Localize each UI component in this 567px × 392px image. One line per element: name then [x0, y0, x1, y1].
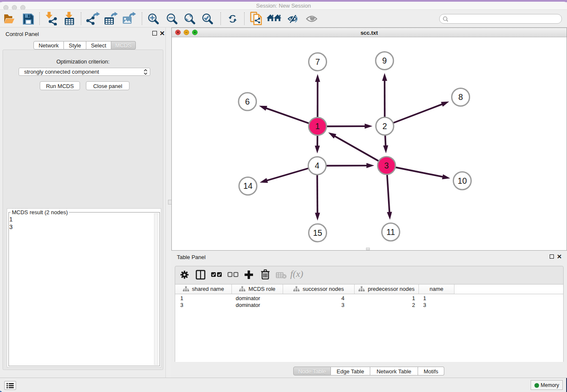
svg-text:14: 14	[243, 181, 253, 190]
svg-text:4: 4	[315, 161, 319, 170]
svg-text:7: 7	[315, 57, 320, 66]
svg-text:2: 2	[383, 121, 387, 131]
svg-text:15: 15	[313, 228, 322, 237]
svg-text:11: 11	[386, 227, 395, 237]
svg-text:3: 3	[384, 161, 389, 170]
svg-text:1: 1	[315, 121, 320, 131]
svg-text:10: 10	[458, 176, 467, 185]
svg-text:9: 9	[382, 56, 387, 65]
svg-text:8: 8	[458, 92, 463, 102]
svg-text:6: 6	[245, 97, 250, 106]
